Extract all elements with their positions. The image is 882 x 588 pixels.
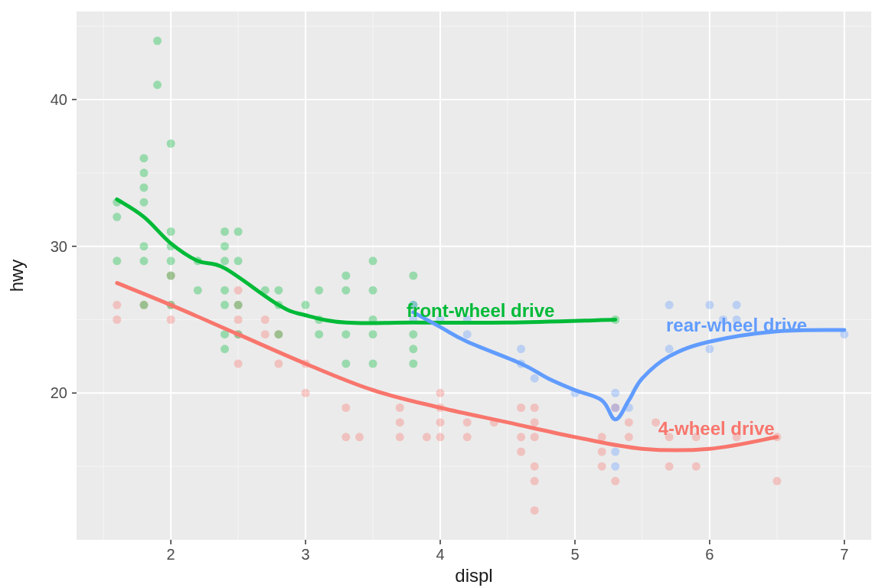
data-point: [625, 433, 633, 441]
x-tick-label: 4: [436, 546, 444, 563]
data-point: [341, 286, 350, 295]
data-point: [234, 227, 243, 236]
data-point: [409, 330, 417, 338]
data-point: [705, 301, 714, 309]
data-point: [167, 315, 175, 324]
data-point: [274, 286, 283, 295]
data-point: [625, 418, 633, 426]
data-point: [531, 403, 539, 412]
data-point: [531, 506, 539, 514]
x-tick-label: 5: [570, 546, 579, 563]
data-point: [220, 227, 229, 236]
x-axis-title: displ: [455, 565, 492, 586]
data-point: [705, 345, 714, 353]
data-point: [463, 418, 472, 426]
data-point: [139, 256, 148, 265]
data-point: [220, 242, 229, 250]
data-point: [153, 37, 162, 45]
data-point: [369, 330, 377, 338]
data-point: [341, 403, 350, 412]
data-point: [302, 389, 310, 397]
data-point: [167, 227, 175, 236]
data-point: [517, 403, 525, 412]
x-tick-label: 2: [167, 546, 175, 563]
series-label: front-wheel drive: [407, 300, 554, 321]
data-point: [234, 301, 243, 309]
y-axis-title: hwy: [6, 260, 27, 292]
chart-svg: 4-wheel drivefront-wheel driverear-wheel…: [0, 0, 882, 588]
data-point: [261, 315, 270, 324]
data-point: [341, 330, 350, 338]
data-point: [531, 462, 539, 471]
data-point: [234, 360, 243, 368]
data-point: [369, 360, 377, 368]
data-point: [531, 418, 539, 426]
data-point: [234, 315, 243, 324]
data-point: [139, 154, 148, 162]
data-point: [315, 330, 323, 338]
data-point: [139, 301, 148, 309]
data-point: [396, 418, 404, 426]
data-point: [396, 403, 404, 412]
data-point: [369, 286, 377, 295]
data-point: [436, 433, 445, 441]
series-label: rear-wheel drive: [666, 315, 807, 335]
data-point: [463, 433, 472, 441]
data-point: [194, 286, 202, 295]
chart-container: 4-wheel drivefront-wheel driverear-wheel…: [0, 0, 882, 588]
data-point: [665, 301, 674, 309]
data-point: [139, 198, 148, 207]
data-point: [598, 448, 606, 456]
x-tick-label: 3: [302, 546, 310, 563]
data-point: [396, 433, 404, 441]
data-point: [261, 330, 270, 338]
data-point: [531, 374, 539, 383]
data-point: [611, 477, 619, 485]
data-point: [611, 462, 619, 471]
y-tick-label: 20: [51, 384, 67, 401]
data-point: [598, 433, 606, 441]
data-point: [773, 477, 781, 485]
data-point: [220, 345, 229, 353]
x-tick-label: 6: [705, 546, 714, 563]
data-point: [167, 139, 175, 148]
data-point: [167, 256, 175, 265]
data-point: [220, 286, 229, 295]
data-point: [531, 433, 539, 441]
data-point: [598, 462, 606, 471]
data-point: [274, 360, 283, 368]
data-point: [409, 345, 417, 353]
data-point: [139, 168, 148, 177]
data-point: [139, 242, 148, 250]
series-label: 4-wheel drive: [658, 418, 775, 439]
data-point: [611, 448, 619, 456]
data-point: [733, 301, 741, 309]
data-point: [315, 286, 323, 295]
data-point: [531, 477, 539, 485]
data-point: [341, 272, 350, 280]
data-point: [113, 256, 121, 265]
data-point: [341, 360, 350, 368]
data-point: [139, 184, 148, 192]
data-point: [611, 389, 619, 397]
data-point: [692, 462, 701, 471]
data-point: [369, 256, 377, 265]
data-point: [355, 433, 364, 441]
data-point: [113, 213, 121, 221]
data-point: [113, 301, 121, 309]
data-point: [167, 272, 175, 280]
data-point: [302, 301, 310, 309]
data-point: [234, 286, 243, 295]
data-point: [463, 330, 472, 338]
data-point: [341, 433, 350, 441]
data-point: [611, 403, 619, 412]
data-point: [517, 345, 525, 353]
x-tick-label: 7: [840, 546, 848, 563]
data-point: [234, 256, 243, 265]
data-point: [423, 433, 431, 441]
data-point: [665, 345, 674, 353]
y-tick-label: 30: [51, 238, 67, 255]
data-point: [153, 80, 162, 89]
data-point: [517, 448, 525, 456]
data-point: [220, 256, 229, 265]
